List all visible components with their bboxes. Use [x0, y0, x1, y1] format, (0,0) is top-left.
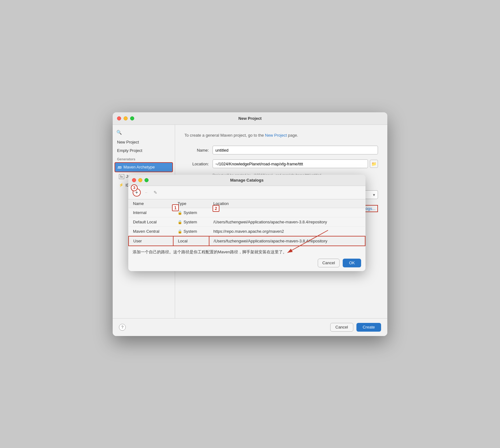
- remove-catalog-button[interactable]: −: [142, 188, 150, 197]
- table-row-user[interactable]: User Local /Users/fuzhengwei/Application…: [129, 236, 365, 246]
- search-icon: 🔍: [116, 130, 122, 135]
- sidebar-item-new-project[interactable]: New Project: [113, 138, 175, 146]
- location-field-group: 📁: [213, 159, 378, 168]
- window-title: New Project: [238, 116, 262, 121]
- lock-icon: 🔒: [178, 229, 182, 234]
- javafx-icon: fx: [119, 174, 124, 179]
- catalog-table: Name Type Location Internal 🔒System Defa…: [128, 199, 365, 246]
- titlebar: New Project: [113, 112, 387, 125]
- row-type: 🔒System: [173, 217, 209, 226]
- lock-icon: 🔒: [178, 220, 182, 224]
- row-name: Internal: [129, 208, 173, 217]
- folder-icon: 📁: [371, 162, 377, 166]
- dialog-traffic-lights: 3: [132, 178, 149, 182]
- dialog-titlebar: 3 Manage Catalogs: [128, 175, 365, 186]
- new-project-link[interactable]: New Project: [265, 133, 287, 138]
- row-name: Default Local: [129, 217, 173, 226]
- row-location: [209, 208, 365, 217]
- bottom-actions: Cancel Create: [330, 323, 381, 332]
- minimize-button[interactable]: [124, 116, 128, 120]
- annotation-3: 3: [131, 184, 138, 191]
- info-text: To create a general Maven project, go to…: [184, 132, 378, 139]
- row-location: /Users/fuzhengwei/Applications/apache-ma…: [209, 217, 365, 226]
- row-name: User: [129, 236, 173, 246]
- dialog-maximize-button[interactable]: [145, 178, 149, 182]
- lock-icon: 🔒: [178, 211, 182, 215]
- dialog-close-button[interactable]: [132, 178, 136, 182]
- edit-catalog-button[interactable]: ✎: [151, 188, 159, 197]
- sidebar-item-empty-project[interactable]: Empty Project: [113, 146, 175, 155]
- dialog-title: Manage Catalogs: [230, 178, 264, 183]
- location-label: Location:: [184, 162, 213, 166]
- dialog-footer-text: 添加一个自己的路径。这个路径是你工程配置的Maven路径，脚手架就安装在这里了。: [128, 246, 365, 257]
- info-text-suffix: page.: [288, 133, 298, 138]
- col-name: Name: [129, 199, 173, 208]
- main-window: New Project 🔍 New Project Empty Project …: [113, 112, 387, 336]
- sidebar-search-area: 🔍: [113, 128, 175, 138]
- location-input[interactable]: [213, 159, 368, 168]
- location-row: Location: 📁: [184, 159, 378, 168]
- name-label: Name:: [184, 148, 213, 153]
- help-button[interactable]: ?: [119, 324, 126, 331]
- table-row[interactable]: Internal 🔒System: [129, 208, 365, 217]
- traffic-lights: [117, 116, 134, 120]
- name-row: Name:: [184, 146, 378, 154]
- dialog-toolbar: + − ✎: [128, 186, 365, 199]
- dialog-minimize-button[interactable]: [138, 178, 142, 182]
- maven-icon: m: [118, 165, 121, 170]
- maximize-button[interactable]: [130, 116, 134, 120]
- annotation-1: 1: [172, 204, 179, 211]
- name-input[interactable]: [213, 146, 378, 154]
- browse-folder-button[interactable]: 📁: [370, 160, 378, 168]
- col-location: Location: [209, 199, 365, 208]
- sidebar-item-label: New Project: [117, 140, 139, 144]
- table-row[interactable]: Default Local 🔒System /Users/fuzhengwei/…: [129, 217, 365, 226]
- row-location: /Users/fuzhengwei/Applications/apache-ma…: [209, 236, 365, 246]
- sidebar-item-maven-archetype[interactable]: m Maven Archetype: [115, 162, 173, 172]
- cancel-button[interactable]: Cancel: [330, 323, 353, 332]
- row-location: https://repo.maven.apache.org/maven2: [209, 226, 365, 236]
- generators-section-label: Generators: [113, 155, 175, 162]
- manage-catalogs-dialog: 3 Manage Catalogs + − ✎ Name Type Locati…: [128, 175, 365, 271]
- bottom-bar: ? Cancel Create: [113, 318, 387, 336]
- dialog-footer-buttons: Cancel OK: [128, 257, 365, 271]
- row-type: Local: [173, 236, 209, 246]
- sidebar-item-label: Empty Project: [117, 148, 142, 153]
- table-row[interactable]: Maven Central 🔒System https://repo.maven…: [129, 226, 365, 236]
- close-button[interactable]: [117, 116, 121, 120]
- row-name: Maven Central: [129, 226, 173, 236]
- plugin-icon: ⚡: [119, 183, 124, 187]
- sidebar-item-label: Maven Archetype: [123, 165, 154, 169]
- annotation-2: 2: [213, 205, 219, 212]
- dialog-ok-button[interactable]: OK: [343, 259, 361, 267]
- dialog-cancel-button[interactable]: Cancel: [318, 259, 340, 267]
- info-text-prefix: To create a general Maven project, go to…: [184, 133, 265, 138]
- create-button[interactable]: Create: [356, 323, 381, 332]
- row-type: 🔒System: [173, 226, 209, 236]
- chevron-down-icon: ▾: [373, 192, 375, 197]
